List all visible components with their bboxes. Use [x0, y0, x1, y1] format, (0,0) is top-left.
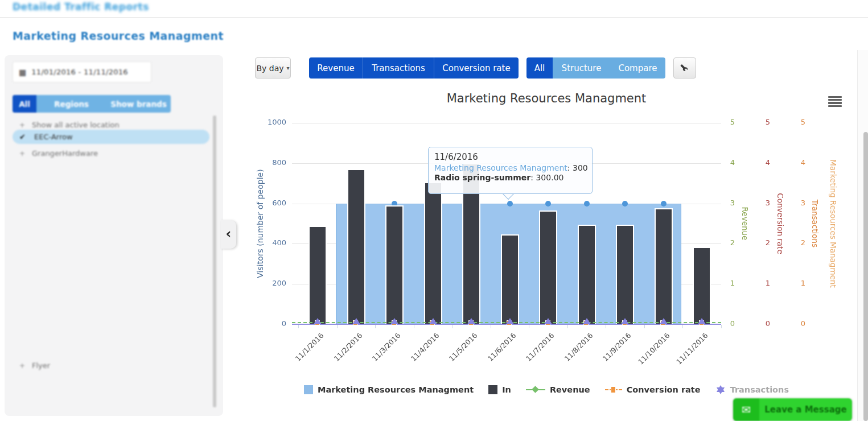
area-point-marker[interactable]: [584, 201, 590, 207]
transactions-marker: [621, 318, 629, 324]
legend-label: Revenue: [550, 385, 590, 394]
legend-label: In: [502, 385, 511, 394]
y-axis-tick-label: 1000: [252, 118, 286, 126]
dark-square-icon: [488, 385, 497, 394]
x-axis-tick: [529, 325, 529, 328]
x-axis-tick: [567, 325, 568, 328]
gridline: [292, 123, 721, 123]
tooltip-series-value: 300: [573, 163, 588, 172]
transactions-marker: [506, 318, 514, 324]
right-axis-tick-label: 1: [797, 279, 809, 287]
orange-dash-square-icon: [605, 385, 622, 394]
right-axis-tick-label: 1: [762, 279, 774, 287]
legend-item-conversion-rate[interactable]: Conversion rate: [605, 385, 701, 394]
x-axis-date-label: 11/3/2016: [360, 331, 402, 373]
transactions-marker: [698, 318, 706, 324]
x-axis-date-label: 11/6/2016: [475, 331, 517, 373]
legend-label: Marketing Resources Managment: [318, 385, 474, 394]
green-diamond-line-icon: [526, 385, 545, 394]
right-axis-tick-label: 5: [797, 118, 809, 126]
leave-message-label: Leave a Message: [759, 405, 852, 415]
bar-in[interactable]: [385, 205, 404, 324]
transactions-marker: [390, 318, 398, 324]
x-axis-date-label: 11/11/2016: [667, 331, 709, 373]
right-axis-title: Revenue: [741, 178, 750, 269]
right-axis-tick-label: 1: [727, 279, 738, 287]
legend-label: Transactions: [730, 385, 789, 394]
x-axis-tick: [491, 325, 491, 328]
app-window: Detailed Traffic Reports Marketing Resou…: [0, 0, 868, 421]
x-axis-tick: [414, 325, 414, 328]
bar-in[interactable]: [308, 226, 327, 324]
x-axis-date-label: 11/2/2016: [322, 331, 364, 373]
right-axis-title: Conversion rate: [776, 178, 785, 269]
legend-item-mrm[interactable]: Marketing Resources Managment: [304, 385, 474, 394]
x-axis-date-label: 11/4/2016: [398, 331, 441, 373]
tooltip-campaign-label: Radio spring-summer: [434, 173, 530, 182]
right-axis-tick-label: 3: [762, 199, 774, 207]
bar-in[interactable]: [347, 169, 365, 324]
right-axis-tick-label: 0: [762, 319, 774, 328]
chart-tooltip: 11/6/2016 Marketing Resources Managment:…: [428, 147, 593, 194]
x-axis-date-label: 11/9/2016: [590, 331, 632, 373]
transactions-marker: [583, 318, 591, 324]
legend-label: Conversion rate: [627, 385, 701, 394]
transactions-marker: [544, 318, 552, 324]
transactions-marker: [314, 318, 322, 324]
x-axis-tick: [452, 325, 452, 328]
legend-item-in[interactable]: In: [488, 385, 511, 394]
tooltip-sep: :: [567, 163, 573, 172]
right-axis-title: Marketing Resources Managment: [829, 127, 838, 320]
x-axis-date-label: 11/7/2016: [513, 331, 556, 373]
bar-in[interactable]: [424, 182, 442, 324]
x-axis-tick: [298, 325, 299, 328]
right-axis-tick-label: 4: [762, 158, 774, 167]
page-scrollbar-thumb[interactable]: [863, 132, 868, 421]
right-axis-tick-label: 4: [797, 158, 809, 167]
bar-in[interactable]: [616, 225, 634, 324]
y-axis-tick-label: 0: [252, 319, 286, 328]
legend-item-transactions[interactable]: Transactions: [715, 385, 789, 395]
transactions-marker: [429, 318, 437, 324]
tooltip-campaign-value: 300.00: [536, 173, 563, 182]
area-point-marker[interactable]: [507, 201, 513, 207]
area-point-marker[interactable]: [661, 201, 667, 207]
right-axis-tick-label: 2: [797, 238, 809, 247]
blue-square-icon: [304, 385, 313, 394]
transactions-marker: [467, 318, 475, 324]
chart-plot-area: 02004006008001000012345012345012345Visit…: [0, 0, 868, 421]
y-axis-title: Visitors (number of people): [256, 155, 265, 292]
tooltip-series-label: Marketing Resources Managment: [434, 163, 567, 172]
area-point-marker[interactable]: [545, 201, 551, 207]
right-axis-tick-label: 3: [797, 199, 809, 207]
x-axis-date-label: 11/5/2016: [437, 331, 479, 373]
x-axis-tick: [337, 325, 338, 328]
right-axis-tick-label: 4: [727, 158, 738, 167]
x-axis-tick: [644, 325, 645, 328]
bar-in[interactable]: [693, 247, 711, 324]
right-axis-tick-label: 3: [727, 199, 738, 207]
bar-in[interactable]: [578, 225, 596, 324]
legend-item-revenue[interactable]: Revenue: [526, 385, 590, 394]
x-axis-date-label: 11/1/2016: [283, 331, 325, 373]
bar-in[interactable]: [501, 234, 519, 324]
right-axis-tick-label: 5: [727, 118, 738, 126]
chart-legend: Marketing Resources Managment In Revenue…: [256, 385, 837, 395]
right-axis-tick-label: 0: [727, 319, 738, 328]
envelope-icon: ✉: [742, 403, 751, 416]
x-axis-tick: [375, 325, 376, 328]
bar-in[interactable]: [539, 210, 557, 324]
x-axis-tick: [606, 325, 606, 328]
transactions-marker: [660, 318, 668, 324]
right-axis-tick-label: 2: [727, 238, 738, 247]
right-axis-tick-label: 0: [797, 319, 809, 328]
x-axis-date-label: 11/10/2016: [629, 331, 671, 373]
transactions-marker: [352, 318, 360, 324]
area-point-marker[interactable]: [622, 201, 628, 207]
leave-message-button[interactable]: ✉ Leave a Message: [733, 398, 852, 421]
x-axis-tick: [682, 325, 683, 328]
bar-in[interactable]: [655, 208, 673, 324]
x-axis-tick: [721, 325, 722, 328]
right-axis-tick-label: 5: [762, 118, 774, 126]
right-axis-tick-label: 2: [762, 238, 774, 247]
